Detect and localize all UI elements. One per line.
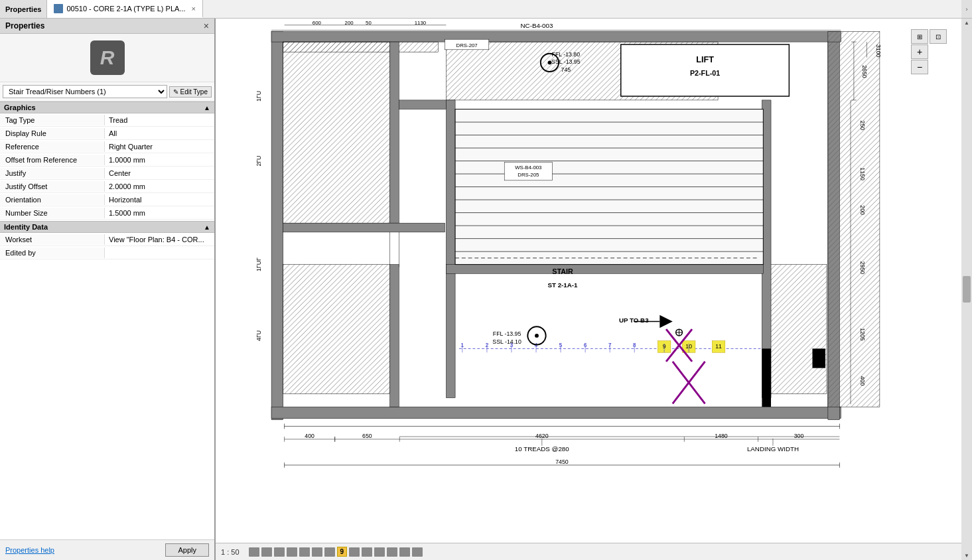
- svg-rect-7: [283, 42, 390, 223]
- svg-text:4620: 4620: [535, 433, 549, 439]
- right-scrollbar[interactable]: ▲ ▼: [961, 19, 972, 560]
- svg-text:1150: 1150: [859, 167, 866, 180]
- svg-rect-8: [283, 265, 390, 394]
- view-controls: ⊞ ⊡ + −: [911, 29, 947, 74]
- prop-tag-type-value[interactable]: Tread: [105, 115, 214, 125]
- graphics-section-title: Graphics: [4, 104, 36, 111]
- svg-text:STAIR: STAIR: [552, 267, 573, 275]
- view-btn-2[interactable]: ⊡: [930, 29, 947, 44]
- prop-display-rule: Display Rule All: [0, 127, 214, 140]
- svg-rect-23: [446, 265, 763, 274]
- svg-text:300: 300: [794, 433, 804, 439]
- svg-point-80: [535, 334, 539, 338]
- svg-text:1130: 1130: [415, 20, 427, 26]
- svg-text:SSL -14.10: SSL -14.10: [492, 338, 521, 345]
- svg-text:UP TO B3: UP TO B3: [619, 316, 649, 324]
- svg-text:1ΓUΓ: 1ΓUΓ: [255, 257, 262, 271]
- prop-orientation: Orientation Horizontal: [0, 193, 214, 206]
- status-icon-6[interactable]: [312, 547, 322, 557]
- scroll-thumb[interactable]: [963, 276, 971, 303]
- prop-orientation-value[interactable]: Horizontal: [105, 194, 214, 205]
- prop-tag-type: Tag Type Tread: [0, 113, 214, 127]
- graphics-section-arrow: ▲: [204, 104, 210, 111]
- identity-section-header[interactable]: Identity Data ▲: [0, 221, 214, 233]
- status-icon-9[interactable]: [362, 547, 372, 557]
- svg-text:200: 200: [345, 20, 354, 26]
- svg-text:LIFT: LIFT: [696, 55, 714, 64]
- scroll-down-btn[interactable]: ▼: [964, 553, 969, 559]
- prop-offset-from-ref-label: Offset from Reference: [0, 155, 105, 165]
- svg-text:FFL -13.95: FFL -13.95: [493, 330, 521, 337]
- status-icon-10[interactable]: [374, 547, 385, 557]
- drawing-canvas[interactable]: NC-B4-003: [216, 19, 961, 543]
- svg-rect-12: [283, 42, 439, 52]
- tab-scroll-right[interactable]: ›: [961, 0, 972, 18]
- status-icon-12[interactable]: [399, 547, 410, 557]
- svg-text:11: 11: [715, 343, 722, 350]
- prop-reference: Reference Right Quarter: [0, 140, 214, 153]
- prop-display-rule-value[interactable]: All: [105, 128, 214, 139]
- svg-rect-145: [812, 348, 825, 368]
- svg-rect-20: [399, 100, 446, 109]
- edit-type-button[interactable]: ✎ Edit Type: [169, 86, 212, 98]
- prop-number-size-value[interactable]: 1.5000 mm: [105, 208, 214, 218]
- prop-offset-from-ref-value[interactable]: 1.0000 mm: [105, 155, 214, 165]
- svg-rect-19: [283, 223, 445, 232]
- status-icon-7[interactable]: [324, 547, 335, 557]
- svg-rect-21: [446, 100, 455, 398]
- properties-panel: Properties × R Stair Tread/Riser Numbers…: [0, 19, 216, 560]
- svg-rect-18: [390, 265, 399, 407]
- svg-text:50: 50: [366, 20, 372, 26]
- view-zoom-out[interactable]: −: [911, 60, 928, 74]
- svg-text:2650: 2650: [861, 65, 868, 78]
- prop-justify: Justify Center: [0, 167, 214, 180]
- prop-justify-offset-value[interactable]: 2.0000 mm: [105, 181, 214, 192]
- prop-edited-by: Edited by: [0, 246, 214, 259]
- tab-close-btn[interactable]: ×: [192, 5, 196, 13]
- prop-edited-by-label: Edited by: [0, 247, 105, 258]
- svg-text:10 TREADS @280: 10 TREADS @280: [515, 445, 569, 453]
- svg-text:2950: 2950: [859, 261, 866, 275]
- revit-logo-icon: R: [90, 40, 125, 75]
- prop-justify-value[interactable]: Center: [105, 168, 214, 178]
- status-icon-13[interactable]: [412, 547, 423, 557]
- apply-button[interactable]: Apply: [165, 543, 209, 557]
- svg-text:SSL -13.95: SSL -13.95: [551, 58, 581, 65]
- svg-text:P2-FL-01: P2-FL-01: [690, 69, 720, 77]
- identity-properties: Workset View "Floor Plan: B4 - COR... Ed…: [0, 233, 214, 259]
- properties-help-link[interactable]: Properties help: [5, 546, 54, 554]
- status-icon-5[interactable]: [299, 547, 310, 557]
- status-icon-8[interactable]: [349, 547, 360, 557]
- prop-number-size: Number Size 1.5000 mm: [0, 206, 214, 220]
- panel-close-btn[interactable]: ×: [204, 21, 209, 31]
- view-btn-1[interactable]: ⊞: [911, 29, 928, 44]
- type-selector[interactable]: Stair Tread/Riser Numbers (1): [3, 85, 167, 98]
- prop-reference-value[interactable]: Right Quarter: [105, 141, 214, 152]
- prop-display-rule-label: Display Rule: [0, 128, 105, 139]
- panel-header-title: Properties: [5, 21, 44, 31]
- svg-text:250: 250: [859, 121, 866, 131]
- prop-reference-label: Reference: [0, 141, 105, 152]
- view-zoom-in[interactable]: +: [911, 44, 928, 59]
- svg-text:400: 400: [305, 433, 314, 439]
- svg-text:200: 200: [859, 205, 866, 215]
- svg-text:600: 600: [312, 20, 322, 26]
- tab-main-drawing[interactable]: 00510 - CORE 2-1A (TYPE L) PLA... ×: [47, 0, 203, 18]
- svg-text:1ΓU: 1ΓU: [255, 91, 262, 102]
- graphics-section-header[interactable]: Graphics ▲: [0, 102, 214, 113]
- status-icon-1[interactable]: [249, 547, 259, 557]
- status-icon-11[interactable]: [387, 547, 397, 557]
- prop-offset-from-ref: Offset from Reference 1.0000 mm: [0, 153, 214, 167]
- prop-orientation-label: Orientation: [0, 194, 105, 205]
- status-icon-3[interactable]: [274, 547, 285, 557]
- scroll-up-btn[interactable]: ▲: [964, 20, 969, 26]
- prop-edited-by-value: [105, 251, 214, 254]
- svg-text:3100: 3100: [875, 44, 882, 58]
- prop-workset: Workset View "Floor Plan: B4 - COR...: [0, 233, 214, 246]
- status-icon-4[interactable]: [287, 547, 297, 557]
- svg-text:FFL -13.80: FFL -13.80: [552, 51, 581, 58]
- svg-text:400: 400: [859, 376, 866, 386]
- status-icon-2[interactable]: [261, 547, 272, 557]
- svg-text:4ΓU: 4ΓU: [255, 330, 262, 341]
- edit-type-icon: ✎: [173, 88, 178, 96]
